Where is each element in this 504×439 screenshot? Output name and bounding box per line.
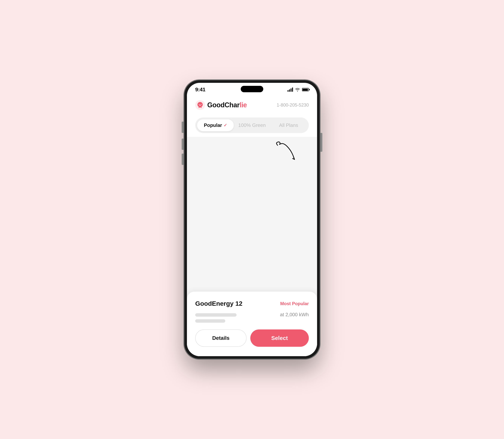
goodcharlie-logo-icon [195,100,205,110]
plan-detail-line-2 [195,319,225,323]
brand-name: GoodCharlie [207,101,247,109]
battery-icon [302,88,309,91]
plan-lines [195,313,237,323]
card-actions: Details Select [195,329,309,347]
logo-area: GoodCharlie [195,100,247,110]
phone-screen: 9:41 [187,83,317,356]
tab-green[interactable]: 100% Green [234,119,270,131]
brand-accent: lie [240,101,247,109]
phone-frame: 9:41 [184,80,320,359]
contact-phone: 1-800-205-5230 [277,102,309,108]
status-icons [288,87,309,92]
phone-wrapper: 9:41 [179,73,325,366]
svg-point-1 [199,104,199,105]
app-header: GoodCharlie 1-800-205-5230 [187,95,317,114]
content-area: GoodEnergy 12 Most Popular at 2,000 kWh [187,137,317,356]
dynamic-island [241,86,263,92]
svg-point-2 [201,104,201,105]
tabs-container: Popular ✓ 100% Green All Plans [195,118,309,133]
app-content: GoodCharlie 1-800-205-5230 Popular ✓ 100… [187,95,317,356]
plan-name: GoodEnergy 12 [195,300,242,307]
tab-all-plans[interactable]: All Plans [270,119,307,131]
plan-card: GoodEnergy 12 Most Popular at 2,000 kWh [187,292,317,356]
status-time: 9:41 [195,86,205,93]
select-button[interactable]: Select [250,329,309,347]
plan-details: at 2,000 kWh [195,312,309,323]
arrow-annotation [272,141,302,163]
tab-all-plans-label: All Plans [279,122,298,128]
tab-popular-check: ✓ [223,123,227,128]
tab-popular[interactable]: Popular ✓ [197,119,234,131]
wifi-icon [295,87,300,92]
most-popular-badge: Most Popular [280,301,309,306]
kwh-text: at 2,000 kWh [280,312,309,317]
tab-green-label: 100% Green [238,122,266,128]
plan-detail-line-1 [195,313,237,317]
card-header: GoodEnergy 12 Most Popular [195,300,309,307]
tab-popular-label: Popular [204,122,222,128]
details-button[interactable]: Details [195,329,246,347]
signal-bars-icon [288,87,293,92]
